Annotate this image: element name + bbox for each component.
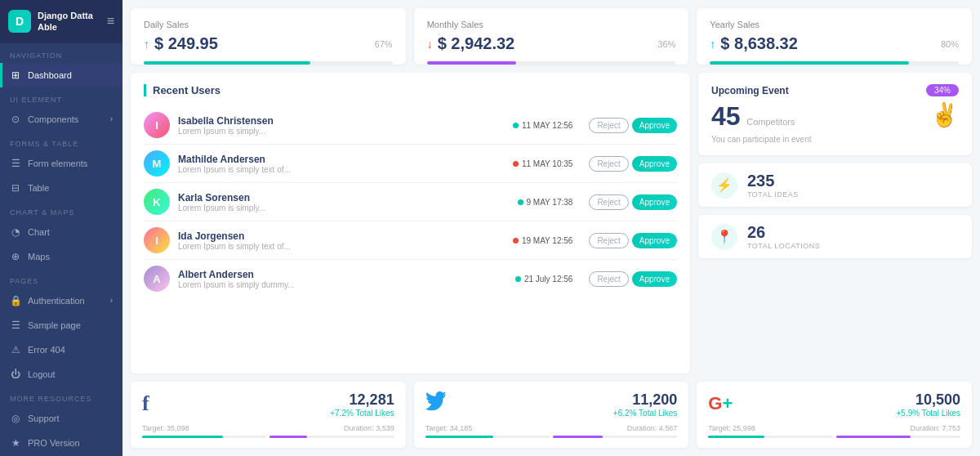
user-info: Isabella Christensen Lorem Ipsum is simp… [178,115,505,136]
daily-progress-wrap [144,61,393,65]
yearly-sales-pct: 80% [941,39,959,49]
bolt-icon: ⚡ [711,172,737,199]
table-icon: ⊟ [10,182,21,194]
sidebar: D Django Datta Able ≡ NAVIGATION ⊞ Dashb… [0,0,122,456]
chevron-right-icon: › [110,114,113,123]
upcoming-event-card: Upcoming Event 34% 45 Competitors You ca… [698,73,972,155]
daily-progress-bar [144,61,310,65]
reject-button[interactable]: Reject [589,271,628,287]
action-buttons: Reject Approve [589,194,677,210]
yearly-sales-label: Yearly Sales [710,20,959,29]
section-label-resources: MORE RESOURCES [0,387,122,406]
sidebar-item-label: Sample page [28,320,81,330]
sidebar-item-pro-version[interactable]: ★ PRO Version [0,431,122,455]
user-info: Karla Sorensen Lorem Ipsum is simply... [178,192,510,212]
sidebar-item-table[interactable]: ⊟ Table [0,176,122,200]
user-name: Ida Jorgensen [178,230,505,242]
user-date: 9 MAY 17:38 [518,198,573,207]
sidebar-item-authentication[interactable]: 🔒 Authentication › [0,288,122,313]
sidebar-item-label: Chart [28,227,50,237]
right-panel: Upcoming Event 34% 45 Competitors You ca… [698,73,972,373]
user-name: Albert Andersen [178,269,507,280]
social-progress [142,436,394,438]
recent-users-title: Recent Users [144,84,677,96]
social-duration-label: Duration: 4,567 [627,424,678,432]
stat-cards-row: Daily Sales ↑ $ 249.95 67% Monthly Sales… [131,8,972,65]
middle-row: Recent Users I Isabella Christensen Lore… [131,73,972,373]
sidebar-item-form-elements[interactable]: ☰ Form elements [0,151,122,176]
forms-section: FORMS & TABLE ☰ Form elements ⊟ Table [0,132,122,200]
target-bar [425,436,494,438]
sidebar-item-chart[interactable]: ◔ Chart [0,220,122,244]
resources-section: MORE RESOURCES ◎ Support ★ PRO Version [0,387,122,455]
facebook-icon: f [142,391,149,416]
social-target-label: Target: 25,998 [708,424,755,432]
monthly-sales-label: Monthly Sales [427,20,676,29]
yearly-progress-bar [710,61,909,65]
social-row: f 12,281 +7.2% Total Likes Target: 35,09… [131,382,972,448]
social-duration-label: Duration: 7,753 [910,424,960,432]
section-label-charts: CHART & MAPS [0,200,122,220]
section-label-pages: PAGES [0,269,122,288]
user-sub: Lorem Ipsum is simply text of... [178,165,505,174]
user-row: K Karla Sorensen Lorem Ipsum is simply..… [144,183,677,221]
reject-button[interactable]: Reject [589,118,628,133]
components-icon: ⊙ [10,114,21,125]
hamburger-icon[interactable]: ≡ [107,14,114,29]
dot-green-icon [515,276,521,282]
user-name: Mathilde Andersen [178,154,505,165]
user-info: Albert Andersen Lorem Ipsum is simply du… [178,269,507,289]
user-date: 21 July 12:56 [515,275,573,284]
avatar: I [144,227,170,253]
stat-card-yearly: Yearly Sales ↑ $ 8,638.32 80% [697,8,972,65]
approve-button[interactable]: Approve [632,194,677,210]
social-top: f 12,281 +7.2% Total Likes [142,391,394,418]
duration-bar [270,436,307,438]
power-icon: ⏻ [10,369,21,380]
dashboard-icon: ⊞ [10,69,21,81]
social-progress [425,436,678,438]
action-buttons: Reject Approve [589,156,677,172]
social-card-google: G+ 10,500 +5.9% Total Likes Target: 25,9… [697,382,972,448]
reject-button[interactable]: Reject [589,194,628,210]
section-label-navigation: NAVIGATION [0,43,122,63]
event-badge: 34% [926,84,959,96]
social-growth: +7.2% Total Likes [330,409,394,418]
user-date: 19 MAY 12:56 [513,236,572,245]
sidebar-item-label: Maps [28,252,50,262]
sidebar-item-label: Logout [28,369,56,379]
reject-button[interactable]: Reject [589,233,628,248]
pages-section: PAGES 🔒 Authentication › ☰ Sample page ⚠… [0,269,122,387]
social-target-label: Target: 35,098 [142,424,189,432]
sidebar-item-maps[interactable]: ⊕ Maps [0,244,122,269]
approve-button[interactable]: Approve [632,271,677,287]
daily-sales-label: Daily Sales [144,20,393,29]
reject-button[interactable]: Reject [589,156,628,172]
daily-sales-pct: 67% [375,39,393,49]
avatar: M [144,150,170,177]
user-row: I Ida Jorgensen Lorem Ipsum is simply te… [144,221,677,260]
social-stats: Target: 34,185 Duration: 4,567 [425,424,678,432]
logo-icon: D [8,10,31,33]
ideas-number: 235 [747,172,799,190]
sidebar-logo: D Django Datta Able ≡ [0,0,122,43]
approve-button[interactable]: Approve [632,156,677,172]
sidebar-item-label: Authentication [28,296,85,306]
sidebar-item-logout[interactable]: ⏻ Logout [0,362,122,387]
sidebar-item-dashboard[interactable]: ⊞ Dashboard [0,63,122,87]
duration-bar [836,436,911,438]
target-bar [708,436,764,438]
sidebar-item-support[interactable]: ◎ Support [0,406,122,431]
lock-icon: 🔒 [10,295,21,306]
maps-icon: ⊕ [10,251,21,262]
sidebar-item-error404[interactable]: ⚠ Error 404 [0,338,122,362]
approve-button[interactable]: Approve [632,233,677,248]
locations-label: TOTAL LOCATIONS [747,242,820,250]
error-icon: ⚠ [10,344,21,355]
sidebar-item-sample-page[interactable]: ☰ Sample page [0,313,122,338]
user-date: 11 MAY 10:35 [513,159,572,168]
approve-button[interactable]: Approve [632,118,677,133]
duration-bar [553,436,603,438]
sidebar-item-components[interactable]: ⊙ Components › [0,107,122,132]
stat-card-daily: Daily Sales ↑ $ 249.95 67% [131,8,406,65]
